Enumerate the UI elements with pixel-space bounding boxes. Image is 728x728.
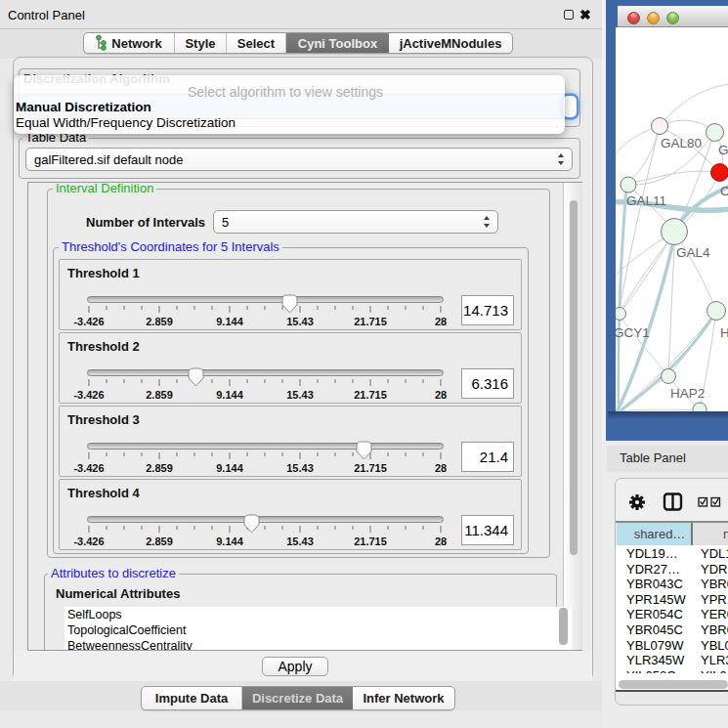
svg-text:GAL4: GAL4 — [676, 245, 710, 260]
svg-text:GCY1: GCY1 — [616, 325, 650, 340]
svg-text:HAP2: HAP2 — [670, 386, 705, 401]
svg-text:C: C — [720, 184, 728, 198]
svg-text:H: H — [720, 325, 728, 340]
svg-text:G: G — [718, 143, 728, 157]
svg-text:GAL80: GAL80 — [661, 136, 702, 150]
svg-text:GAL11: GAL11 — [626, 193, 666, 208]
